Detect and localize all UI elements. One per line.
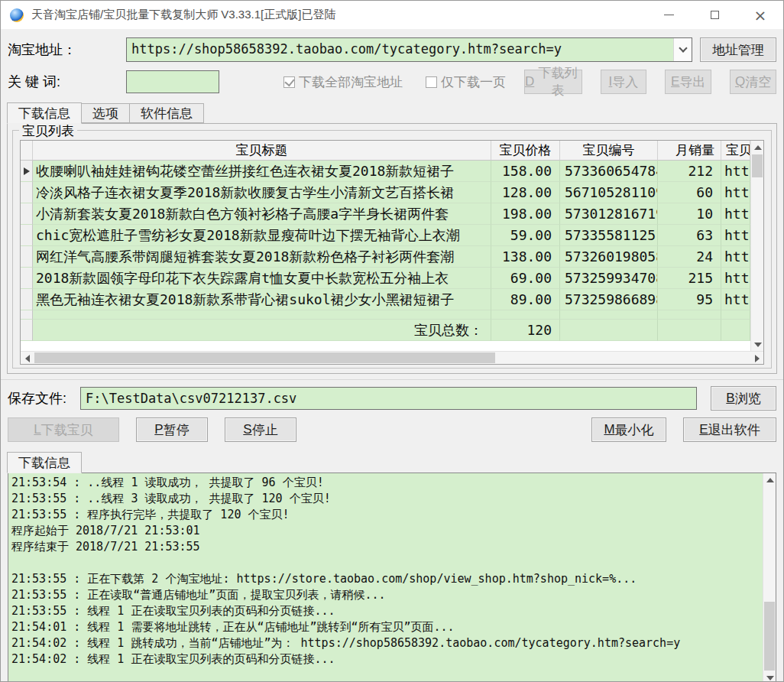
download-info-tabpage: 宝贝列表 宝贝标题 宝贝价格 宝贝编号 月销量 宝贝 收腰喇叭袖娃娃裙钩花镂空蕾… (7, 123, 777, 374)
cell-t: 收腰喇叭袖娃娃裙钩花镂空蕾丝拼接红色连衣裙女夏2018新款短裙子 (33, 161, 491, 182)
table-row-partial (21, 310, 750, 320)
maximize-icon (711, 11, 719, 19)
keyword-input[interactable] (126, 70, 219, 93)
table-row[interactable]: chic宽松遮肚子雪纺衫女夏2018新款显瘦荷叶边下摆无袖背心上衣潮59.005… (21, 225, 750, 246)
cell-t: 黑色无袖连衣裙女夏2018新款系带背心裙sukol裙少女小黑裙短裙子 (33, 289, 491, 310)
header-url[interactable]: 宝贝 (721, 141, 750, 161)
scroll-left-icon[interactable] (21, 352, 34, 365)
taobao-address-value: https://shop58658392.taobao.com/tycatego… (127, 38, 673, 61)
import-button[interactable]: I导入 (601, 70, 647, 94)
cell-p: 138.00 (491, 246, 560, 268)
exit-button[interactable]: E退出软件 (683, 417, 776, 442)
cell-t: 2018新款圆领字母印花下衣失踪露肩t恤女夏中长款宽松五分袖上衣 (33, 268, 491, 289)
header-title[interactable]: 宝贝标题 (33, 141, 491, 161)
header-price[interactable]: 宝贝价格 (491, 141, 560, 161)
table-row[interactable]: 网红洋气高腰系带阔腿短裤套装女夏2018新款粉色格子衬衫两件套潮138.0057… (21, 246, 750, 268)
cell-p: 89.00 (491, 289, 560, 310)
cell-id: 573259934708 (560, 268, 658, 289)
tab-options[interactable]: 选项 (82, 103, 130, 123)
maximize-button[interactable] (692, 1, 737, 29)
cell-t: 网红洋气高腰系带阔腿短裤套装女夏2018新款粉色格子衬衫两件套潮 (33, 246, 491, 268)
tab-download-log[interactable]: 下载信息 (7, 452, 82, 473)
save-file-input[interactable] (80, 387, 697, 410)
address-manage-button[interactable]: 地址管理 (700, 37, 776, 62)
grid-body: 收腰喇叭袖娃娃裙钩花镂空蕾丝拼接红色连衣裙女夏2018新款短裙子158.0057… (21, 161, 750, 310)
log-vertical-scrollbar[interactable] (763, 473, 776, 682)
scroll-right-icon[interactable] (750, 352, 763, 365)
table-row[interactable]: 收腰喇叭袖娃娃裙钩花镂空蕾丝拼接红色连衣裙女夏2018新款短裙子158.0057… (21, 161, 750, 182)
checkbox-download-all-addresses[interactable]: 下载全部淘宝地址 (283, 73, 403, 91)
table-row[interactable]: 冷淡风格子连衣裙女夏季2018新款收腰复古学生小清新文艺百搭长裙128.0056… (21, 182, 750, 203)
table-row[interactable]: 黑色无袖连衣裙女夏2018新款系带背心裙sukol裙少女小黑裙短裙子89.005… (21, 289, 750, 310)
download-log-panel: 21:53:54 : ..线程 1 读取成功， 共提取了 96 个宝贝! 21:… (8, 473, 776, 682)
window-controls: × (646, 1, 783, 29)
taobao-address-combobox[interactable]: https://shop58658392.taobao.com/tycatego… (126, 37, 692, 62)
top-tabstrip: 下载信息 选项 软件信息 (7, 102, 783, 123)
scroll-up-icon[interactable] (763, 473, 776, 486)
close-icon: × (754, 8, 767, 23)
header-id[interactable]: 宝贝编号 (560, 141, 658, 161)
table-row[interactable]: 小清新套装女夏2018新款白色方领衬衫格子高腰a字半身长裙两件套198.0057… (21, 203, 750, 225)
table-row[interactable]: 2018新款圆领字母印花下衣失踪露肩t恤女夏中长款宽松五分袖上衣69.00573… (21, 268, 750, 289)
scroll-up-icon[interactable] (751, 141, 764, 154)
export-button[interactable]: E导出 (665, 70, 711, 94)
close-button[interactable]: × (737, 1, 783, 29)
product-list-groupbox: 宝贝列表 宝贝标题 宝贝价格 宝贝编号 月销量 宝贝 收腰喇叭袖娃娃裙钩花镂空蕾… (12, 130, 772, 369)
save-file-row: 保存文件: B浏览 (1, 386, 783, 411)
keyword-label: 关 键 词: (8, 73, 126, 91)
checkbox-download-all-label: 下载全部淘宝地址 (299, 73, 403, 91)
pause-button[interactable]: P暂停 (136, 417, 208, 442)
cell-p: 128.00 (491, 182, 560, 203)
grid-header: 宝贝标题 宝贝价格 宝贝编号 月销量 宝贝 (21, 141, 750, 161)
checkbox-one-page-label: 仅下载一页 (441, 73, 506, 91)
cell-id: 573260198058 (560, 246, 658, 268)
address-row: 淘宝地址： https://shop58658392.taobao.com/ty… (1, 37, 783, 62)
cell-s: 95 (658, 289, 721, 310)
checkbox-only-one-page[interactable]: 仅下载一页 (426, 73, 506, 91)
titlebar: 天音淘宝店铺/宝贝批量下载复制大师 V3.33.1[正式版]已登陆 × (1, 1, 783, 29)
cell-s: 10 (658, 203, 721, 225)
window-title: 天音淘宝店铺/宝贝批量下载复制大师 V3.33.1[正式版]已登陆 (31, 8, 335, 22)
clear-button[interactable]: Q清空 (730, 70, 776, 94)
grid-hscroll-thumb[interactable] (34, 352, 495, 363)
app-window: 天音淘宝店铺/宝贝批量下载复制大师 V3.33.1[正式版]已登陆 × 淘宝地址… (0, 0, 784, 682)
minimize-button[interactable] (646, 1, 692, 29)
header-sales[interactable]: 月销量 (658, 141, 721, 161)
cell-u: http (721, 246, 750, 268)
minimize-app-button[interactable]: M最小化 (591, 417, 666, 442)
checkbox-checked-icon (283, 76, 295, 88)
cell-s: 215 (658, 268, 721, 289)
scroll-down-icon[interactable] (751, 338, 764, 351)
grid-vertical-scrollbar[interactable] (750, 141, 763, 351)
total-count-value: 120 (491, 320, 560, 341)
checkbox-unchecked-icon (426, 76, 437, 88)
log-vscroll-thumb[interactable] (764, 602, 775, 671)
grid-horizontal-scrollbar[interactable] (21, 351, 763, 364)
scroll-down-icon[interactable] (763, 671, 776, 682)
cell-t: 冷淡风格子连衣裙女夏季2018新款收腰复古学生小清新文艺百搭长裙 (33, 182, 491, 203)
bottom-tabstrip: 下载信息 (7, 451, 783, 473)
total-count-label: 宝贝总数： (33, 320, 491, 341)
stop-button[interactable]: S停止 (225, 417, 296, 442)
cell-p: 69.00 (491, 268, 560, 289)
header-selector-cell (21, 141, 33, 161)
cell-u: http (721, 225, 750, 246)
grid-vscroll-thumb[interactable] (752, 154, 763, 177)
current-row-icon (24, 167, 30, 175)
download-products-button[interactable]: L下载宝贝 (8, 417, 119, 442)
log-text[interactable]: 21:53:54 : ..线程 1 读取成功， 共提取了 96 个宝贝! 21:… (11, 475, 760, 682)
taobao-address-label: 淘宝地址： (8, 41, 126, 59)
cell-p: 59.00 (491, 225, 560, 246)
cell-u: http (721, 203, 750, 225)
tab-download-info[interactable]: 下载信息 (7, 102, 82, 124)
cell-p: 158.00 (491, 161, 560, 182)
download-list-button[interactable]: D下载列表 (524, 70, 582, 94)
cell-p: 198.00 (491, 203, 560, 225)
tab-software-info[interactable]: 软件信息 (130, 103, 204, 123)
cell-s: 60 (658, 182, 721, 203)
minimize-icon (664, 15, 674, 15)
cell-t: chic宽松遮肚子雪纺衫女夏2018新款显瘦荷叶边下摆无袖背心上衣潮 (33, 225, 491, 246)
browse-button[interactable]: B浏览 (711, 386, 776, 411)
cell-s: 24 (658, 246, 721, 268)
combobox-dropdown-button[interactable] (673, 38, 692, 61)
